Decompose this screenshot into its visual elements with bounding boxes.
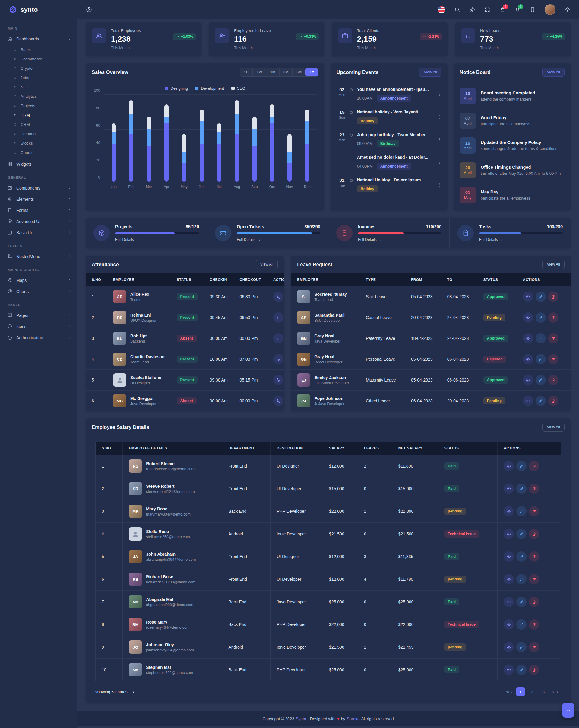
table-row[interactable]: 1 ARAlice RexTester Present 09:30 Am 06:… — [86, 286, 284, 307]
footer-designer-link[interactable]: Spruko — [347, 717, 360, 721]
user-avatar[interactable] — [545, 4, 555, 15]
pagination-page-3[interactable]: 3 — [539, 687, 548, 696]
sidebar-item-basic-ui[interactable]: Basic Ui — [0, 227, 77, 238]
cart-icon[interactable]: 4 — [499, 7, 505, 13]
sidebar-subitem-sales[interactable]: Sales — [0, 45, 77, 54]
table-row[interactable]: 3 MRMary Rosemarymary334@demo.com Back E… — [95, 500, 561, 523]
bar-aug[interactable] — [235, 100, 239, 182]
edit-button[interactable] — [516, 506, 526, 516]
table-row[interactable]: 6 MGMc GreggorJava Developer Absent 00:0… — [86, 391, 284, 411]
bar-oct[interactable] — [270, 104, 274, 182]
edit-button[interactable] — [535, 291, 546, 302]
sidebar-subitem-crm[interactable]: CRM — [0, 120, 77, 129]
brand[interactable]: synto — [0, 0, 77, 19]
sidebar-item-icons[interactable]: Icons — [0, 321, 77, 332]
sidebar-item-forms[interactable]: Forms — [0, 205, 77, 216]
pagination-next[interactable]: Next — [550, 690, 561, 694]
edit-button[interactable] — [516, 484, 526, 494]
sidebar-item-maps[interactable]: Maps — [0, 275, 77, 286]
edit-button[interactable] — [516, 642, 526, 652]
salary-view-all-button[interactable]: View All — [542, 422, 564, 432]
table-row[interactable]: 8 RMRose Maryrosemary434@demo.com Back E… — [95, 613, 561, 636]
call-button[interactable] — [273, 375, 283, 385]
view-button[interactable] — [504, 597, 514, 607]
sidebar-subitem-personal[interactable]: Personal — [0, 129, 77, 138]
kebab-menu-icon[interactable] — [437, 182, 442, 187]
table-row[interactable]: SISocrates ItumayTeam Lead Sick Leave 05… — [291, 286, 571, 307]
delete-button[interactable] — [529, 506, 539, 516]
sidebar-item-components[interactable]: Components — [0, 182, 77, 193]
edit-button[interactable] — [535, 333, 546, 343]
edit-button[interactable] — [516, 665, 526, 675]
view-button[interactable] — [523, 396, 533, 406]
full-details-link[interactable]: Full Details — [479, 237, 563, 242]
edit-button[interactable] — [516, 461, 526, 471]
view-button[interactable] — [504, 461, 514, 471]
delete-button[interactable] — [529, 484, 539, 494]
table-row[interactable]: 2 RERehna EniUI/UX Designer Present 09:4… — [86, 307, 284, 328]
view-button[interactable] — [523, 354, 533, 364]
delete-button[interactable] — [529, 597, 539, 607]
notice-item[interactable]: 01May May Dayparticipate the all employe… — [453, 183, 571, 207]
view-button[interactable] — [523, 375, 533, 385]
event-item[interactable]: 31Tue National Holiday - Dolore Ipsum Ho… — [331, 174, 447, 196]
notice-item[interactable]: 07April Good Fridayparticipate the all e… — [453, 108, 571, 133]
sidebar-subitem-jobs[interactable]: Jobs — [0, 73, 77, 82]
view-button[interactable] — [523, 312, 533, 323]
bar-jan[interactable] — [112, 124, 116, 182]
event-item[interactable]: 23Mon John pup birthday - Team Member 09… — [331, 128, 447, 151]
call-button[interactable] — [273, 396, 283, 406]
notice-item[interactable]: 10April Board meeting Completedattend th… — [453, 84, 571, 108]
sidebar-item-advanced-ui[interactable]: Advanced Ui — [0, 216, 77, 227]
view-button[interactable] — [504, 574, 514, 584]
table-row[interactable]: 6 RBRichard Boserichardrichi.1233@demo.c… — [95, 568, 561, 591]
table-row[interactable]: SPSamantha PaulSr.UI Developer Casual Le… — [291, 307, 571, 328]
bar-mar[interactable] — [147, 116, 151, 182]
delete-button[interactable] — [529, 642, 539, 652]
full-details-link[interactable]: Full Details — [237, 237, 320, 242]
kebab-menu-icon[interactable] — [437, 92, 442, 97]
kebab-menu-icon[interactable] — [437, 160, 442, 165]
fullscreen-icon[interactable] — [484, 7, 490, 13]
table-row[interactable]: 7 AMAbagnale Malabgnalemal000@demo.com B… — [95, 591, 561, 613]
call-button[interactable] — [273, 312, 283, 323]
legend-item-development[interactable]: Development — [195, 86, 224, 90]
table-row[interactable]: 5 JAJohn Abrahamabrahamjohn394@demo.com … — [95, 545, 561, 568]
footer-brand-link[interactable]: Synto — [296, 717, 306, 721]
range-button-6m[interactable]: 6M — [292, 68, 305, 76]
table-row[interactable]: 4 Stella Rosestellarose258@demo.com Andr… — [95, 523, 561, 545]
sidebar-item-nestedmenu[interactable]: NestedMenu — [0, 251, 77, 262]
range-button-3m[interactable]: 3M — [279, 68, 293, 76]
settings-gear-icon[interactable] — [564, 7, 571, 13]
sidebar-subitem-projects[interactable]: Projects — [0, 101, 77, 110]
delete-button[interactable] — [529, 551, 539, 562]
view-button[interactable] — [504, 665, 514, 675]
edit-button[interactable] — [535, 396, 546, 406]
attendance-view-all-button[interactable]: View All — [256, 260, 278, 269]
edit-button[interactable] — [516, 597, 526, 607]
sidebar-subitem-analytics[interactable]: Analytics — [0, 92, 77, 101]
range-button-1d[interactable]: 1D — [240, 68, 252, 76]
delete-button[interactable] — [529, 574, 539, 584]
bar-jul[interactable] — [217, 124, 221, 182]
delete-button[interactable] — [529, 529, 539, 539]
table-row[interactable]: GNGray NoalJava Developer Paternity Leav… — [291, 328, 571, 349]
bar-apr[interactable] — [164, 104, 169, 182]
view-button[interactable] — [523, 291, 533, 302]
bookmark-icon[interactable] — [529, 7, 535, 13]
sidebar-subitem-nft[interactable]: NFT — [0, 82, 77, 92]
edit-button[interactable] — [516, 574, 526, 584]
delete-button[interactable] — [548, 396, 558, 406]
edit-button[interactable] — [516, 619, 526, 630]
edit-button[interactable] — [535, 375, 546, 385]
leave-view-all-button[interactable]: View All — [542, 260, 564, 269]
table-row[interactable]: 2 SRSteeve Robertsteeverobert121@demo.co… — [95, 477, 561, 500]
table-row[interactable]: 5 Suzika StalloneUI Designer Present 09:… — [86, 370, 284, 391]
sidebar-item-dashboards[interactable]: Dashboards — [0, 33, 77, 44]
call-button[interactable] — [273, 354, 283, 364]
bar-may[interactable] — [182, 134, 186, 182]
sidebar-subitem-crypto[interactable]: Crypto — [0, 64, 77, 73]
sidebar-item-pages[interactable]: Pages — [0, 310, 77, 321]
delete-button[interactable] — [548, 375, 558, 385]
kebab-menu-icon[interactable] — [437, 114, 442, 120]
